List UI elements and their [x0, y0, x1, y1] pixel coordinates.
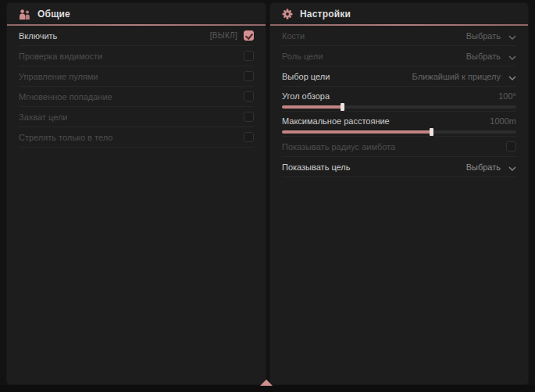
- body-only-checkbox[interactable]: [244, 132, 254, 142]
- bones-dropdown-value: Выбрать: [466, 31, 501, 41]
- enable-checkbox[interactable]: [244, 30, 254, 41]
- gear-icon: [282, 9, 293, 20]
- max-distance-slider[interactable]: [282, 130, 516, 134]
- fov-slider-fill: [282, 105, 343, 109]
- fov-label: Угол обзора: [282, 91, 330, 101]
- general-panel: Общие Включить [ВЫКЛ] Проверка видимости…: [7, 3, 266, 384]
- show-target-label: Показывать цель: [282, 162, 351, 172]
- settings-panel-header: Настройки: [270, 3, 528, 24]
- enable-hotkey-state: [ВЫКЛ]: [210, 31, 237, 40]
- enable-label: Включить: [19, 31, 57, 41]
- max-distance-label: Максимальное расстояние: [282, 116, 390, 126]
- max-distance-slider-fill: [282, 130, 432, 134]
- chevron-down-icon: [508, 49, 516, 63]
- row-fov: Угол обзора 100°: [282, 87, 516, 112]
- row-enable[interactable]: Включить [ВЫКЛ]: [19, 26, 254, 46]
- show-aimbot-radius-label: Показывать радиус аимбота: [282, 142, 395, 151]
- target-lock-label: Захват цели: [19, 112, 67, 122]
- general-panel-header: Общие: [7, 3, 266, 24]
- bullet-control-label: Управление пулями: [19, 72, 98, 81]
- row-bones[interactable]: Кости Выбрать: [282, 26, 516, 46]
- bullet-control-checkbox[interactable]: [244, 71, 254, 81]
- row-max-distance: Максимальное расстояние 1000m: [282, 112, 516, 137]
- row-bullet-control[interactable]: Управление пулями: [19, 66, 254, 87]
- bones-dropdown[interactable]: Выбрать: [466, 29, 516, 43]
- show-aimbot-radius-checkbox[interactable]: [506, 141, 516, 151]
- target-lock-checkbox[interactable]: [244, 112, 254, 122]
- target-selection-dropdown[interactable]: Ближайший к прицелу: [412, 69, 516, 84]
- fov-slider-handle[interactable]: [341, 103, 344, 111]
- target-role-label: Роль цели: [282, 52, 323, 61]
- chevron-down-icon: [508, 160, 516, 174]
- row-target-role[interactable]: Роль цели Выбрать: [282, 46, 516, 66]
- row-show-aimbot-radius[interactable]: Показывать радиус аимбота: [282, 137, 516, 157]
- target-role-dropdown-value: Выбрать: [466, 52, 501, 61]
- settings-panel: Настройки Кости Выбрать Роль цели Выбрат…: [270, 3, 528, 384]
- row-target-lock[interactable]: Захват цели: [19, 107, 254, 127]
- settings-panel-title: Настройки: [300, 9, 351, 20]
- row-show-target[interactable]: Показывать цель Выбрать: [282, 157, 516, 177]
- max-distance-slider-handle[interactable]: [430, 128, 433, 136]
- instant-hit-checkbox[interactable]: [244, 91, 254, 102]
- fov-value: 100°: [498, 91, 516, 101]
- triangle-up-icon[interactable]: [260, 380, 273, 386]
- chevron-down-icon: [508, 29, 516, 43]
- target-role-dropdown[interactable]: Выбрать: [466, 49, 516, 63]
- target-selection-dropdown-value: Ближайший к прицелу: [412, 72, 501, 81]
- visibility-check-checkbox[interactable]: [244, 51, 254, 61]
- row-target-selection[interactable]: Выбор цели Ближайший к прицелу: [282, 66, 516, 87]
- row-instant-hit[interactable]: Мгновенное попадание: [19, 87, 254, 107]
- max-distance-value: 1000m: [490, 116, 516, 126]
- chevron-down-icon: [508, 69, 516, 84]
- show-target-dropdown-value: Выбрать: [466, 162, 501, 172]
- visibility-check-label: Проверка видимости: [19, 52, 102, 61]
- instant-hit-label: Мгновенное попадание: [19, 92, 112, 102]
- general-panel-title: Общие: [37, 9, 70, 20]
- fov-slider[interactable]: [282, 105, 516, 109]
- row-visibility-check[interactable]: Проверка видимости: [19, 46, 254, 66]
- body-only-label: Стрелять только в тело: [19, 133, 112, 142]
- people-icon: [19, 9, 30, 19]
- row-body-only[interactable]: Стрелять только в тело: [19, 127, 254, 148]
- show-target-dropdown[interactable]: Выбрать: [466, 160, 516, 174]
- bones-label: Кости: [282, 31, 305, 41]
- target-selection-label: Выбор цели: [282, 72, 330, 81]
- window-bottom-edge: [0, 385, 535, 392]
